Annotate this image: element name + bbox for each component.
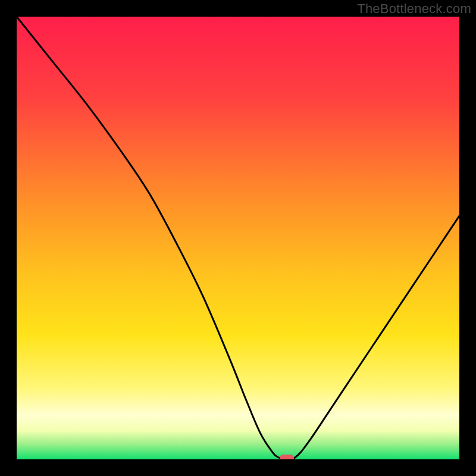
background-gradient: [17, 17, 459, 459]
watermark-text: TheBottleneck.com: [357, 1, 471, 17]
chart-frame: TheBottleneck.com: [0, 0, 476, 476]
svg-rect-0: [17, 17, 459, 459]
plot-area: [17, 17, 459, 459]
